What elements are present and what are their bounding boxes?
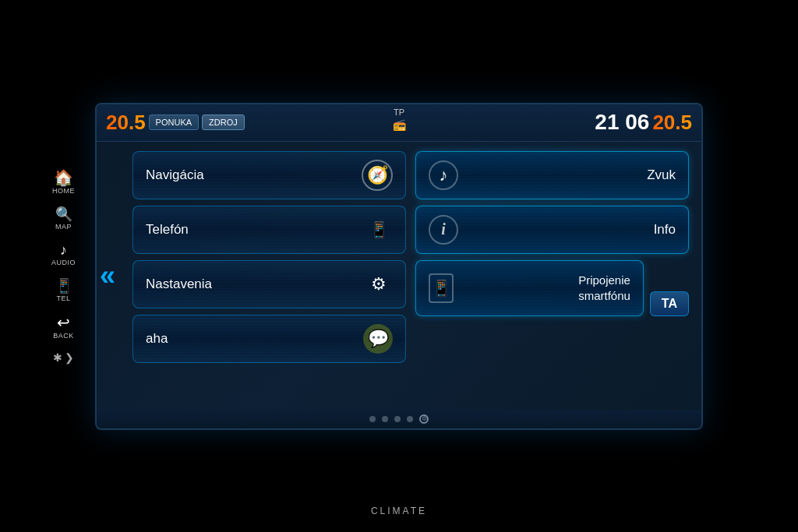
header-time: 21 06 20.5	[595, 110, 692, 135]
sidebar-item-audio[interactable]: ♪ AUDIO	[47, 240, 80, 270]
radio-icon: 📻	[393, 118, 406, 131]
content-area: « Navigácia 🧭 Telefón 📱 Nastavenia ⚙ aha	[97, 142, 701, 410]
ta-button[interactable]: TA	[650, 291, 689, 316]
sidebar-item-home[interactable]: 🏠 HOME	[48, 167, 79, 198]
smartphone-icon: 📱	[429, 273, 454, 303]
home-icon: 🏠	[54, 170, 73, 185]
menu-btn-zvuk[interactable]: ♪ Zvuk	[415, 151, 689, 199]
menu-btn-aha[interactable]: aha 💬	[132, 315, 406, 363]
date-display: 21 06	[595, 110, 649, 135]
back-arrow-button[interactable]: «	[100, 262, 115, 290]
menu-btn-info[interactable]: i Info	[415, 206, 689, 254]
menu-btn-telefon[interactable]: Telefón 📱	[132, 206, 406, 254]
aha-label: aha	[146, 331, 168, 347]
left-menu-column: Navigácia 🧭 Telefón 📱 Nastavenia ⚙ aha 💬	[132, 151, 406, 400]
bottom-dots: ⚙	[97, 410, 701, 428]
audio-icon: ♪	[60, 243, 67, 257]
telefon-label: Telefón	[146, 222, 189, 238]
nastavenia-icon: ⚙	[365, 274, 393, 294]
zvuk-icon: ♪	[429, 160, 458, 190]
dot-1[interactable]	[369, 416, 376, 422]
menu-btn-pripojenie[interactable]: 📱 Pripojeniesmartfónu	[415, 260, 644, 316]
dot-3[interactable]	[394, 416, 401, 422]
sidebar-item-brightness[interactable]: ✱ ❯	[48, 349, 79, 366]
dot-4[interactable]	[407, 416, 413, 422]
tel-icon: 📱	[55, 279, 72, 293]
sidebar-item-tel[interactable]: 📱 TEL	[51, 276, 77, 305]
zdroj-button[interactable]: ZDROJ	[202, 115, 245, 130]
header-bar: 20.5 PONUKA ZDROJ TP 📻 21 06 20.5	[97, 104, 701, 142]
brightness-icon: ✱ ❯	[53, 352, 75, 363]
right-bottom-row: 📱 Pripojeniesmartfónu TA	[415, 260, 689, 316]
right-menu-column: ♪ Zvuk i Info 📱 Pripojeniesmartfónu TA	[415, 151, 689, 400]
navigacia-icon: 🧭	[362, 160, 393, 191]
dot-settings[interactable]: ⚙	[419, 414, 429, 424]
temp-left: 20.5	[106, 111, 146, 135]
climate-label: CLIMATE	[371, 506, 427, 516]
telefon-icon: 📱	[365, 220, 393, 239]
side-panel: 🏠 HOME 🔍 MAP ♪ AUDIO 📱 TEL ↩ BACK ✱ ❯	[47, 167, 80, 366]
outer-container: 🏠 HOME 🔍 MAP ♪ AUDIO 📱 TEL ↩ BACK ✱ ❯ 20…	[0, 0, 798, 532]
right-col-inner: ♪ Zvuk i Info 📱 Pripojeniesmartfónu TA	[415, 151, 689, 400]
map-icon: 🔍	[55, 207, 72, 221]
nastavenia-label: Nastavenia	[146, 277, 212, 292]
pripojenie-label: Pripojeniesmartfónu	[578, 273, 630, 303]
temp-right: 20.5	[652, 111, 692, 135]
aha-icon: 💬	[363, 324, 393, 354]
tp-label: TP	[394, 107, 404, 117]
ponuka-button[interactable]: PONUKA	[149, 115, 199, 130]
main-screen: 20.5 PONUKA ZDROJ TP 📻 21 06 20.5 « Navi…	[95, 103, 703, 430]
sidebar-item-back[interactable]: ↩ BACK	[48, 312, 79, 343]
navigacia-label: Navigácia	[146, 167, 204, 183]
menu-btn-nastavenia[interactable]: Nastavenia ⚙	[132, 260, 406, 308]
back-icon: ↩	[57, 315, 70, 330]
sidebar-item-map[interactable]: 🔍 MAP	[51, 204, 77, 234]
menu-btn-navigacia[interactable]: Navigácia 🧭	[132, 151, 406, 199]
zvuk-label: Zvuk	[647, 167, 676, 183]
info-label: Info	[654, 222, 676, 238]
dot-2[interactable]	[382, 416, 388, 422]
info-icon: i	[429, 215, 458, 245]
